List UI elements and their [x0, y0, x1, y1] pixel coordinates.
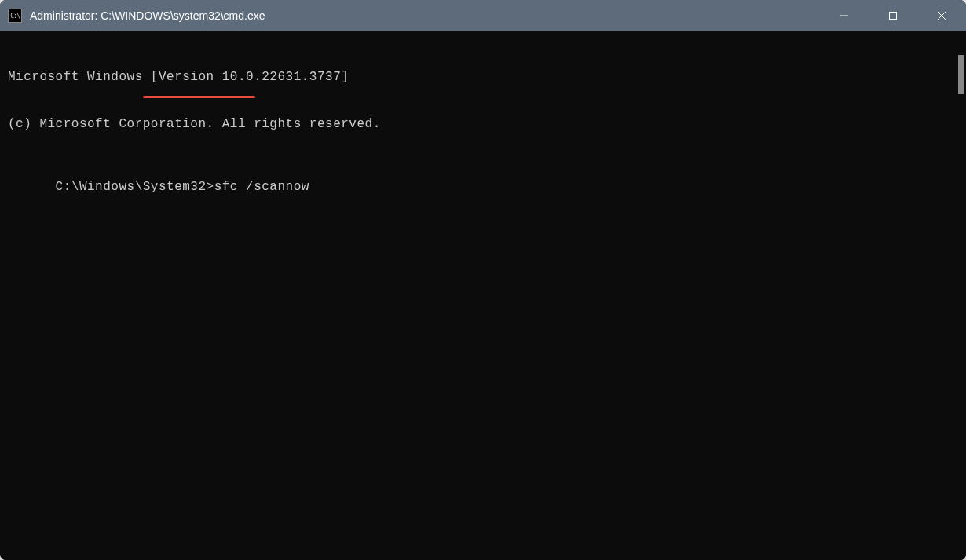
svg-rect-1 — [890, 13, 897, 20]
cmd-window: C:\ Administrator: C:\WINDOWS\system32\c… — [0, 0, 966, 560]
terminal-line: Microsoft Windows [Version 10.0.22631.37… — [8, 69, 946, 85]
scrollbar-thumb[interactable] — [958, 55, 964, 94]
maximize-button[interactable] — [869, 0, 917, 31]
terminal-body: Microsoft Windows [Version 10.0.22631.37… — [0, 31, 966, 560]
window-title: Administrator: C:\WINDOWS\system32\cmd.e… — [30, 9, 820, 22]
cmd-icon-text: C:\ — [10, 13, 19, 20]
terminal-content[interactable]: Microsoft Windows [Version 10.0.22631.37… — [0, 31, 953, 560]
prompt-line: C:\Windows\System32>sfc /scannow — [56, 179, 309, 195]
cmd-icon: C:\ — [8, 9, 22, 23]
terminal-line: (c) Microsoft Corporation. All rights re… — [8, 116, 946, 132]
titlebar[interactable]: C:\ Administrator: C:\WINDOWS\system32\c… — [0, 0, 966, 31]
prompt: C:\Windows\System32> — [56, 180, 214, 194]
underline-annotation — [143, 96, 255, 98]
window-controls — [820, 0, 966, 31]
maximize-icon — [888, 11, 898, 20]
close-icon — [937, 11, 946, 20]
scrollbar[interactable] — [953, 31, 966, 560]
command-input[interactable]: sfc /scannow — [214, 180, 309, 194]
close-button[interactable] — [917, 0, 966, 31]
minimize-icon — [840, 11, 849, 20]
minimize-button[interactable] — [820, 0, 869, 31]
